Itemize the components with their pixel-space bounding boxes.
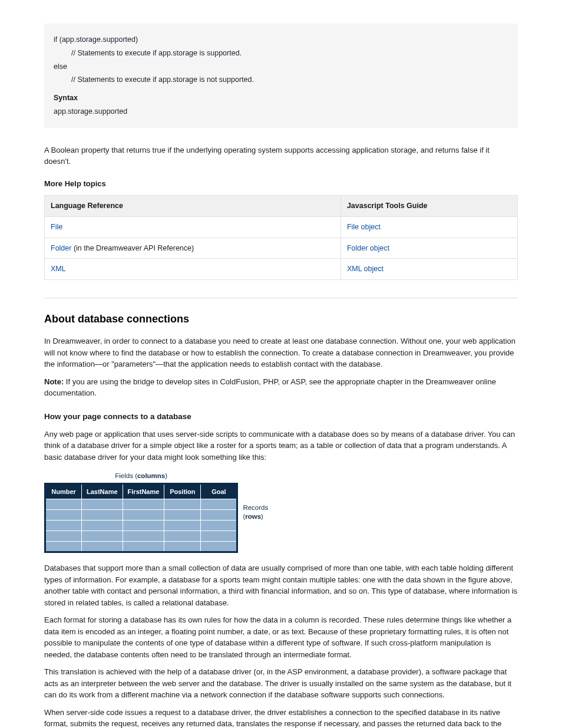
- reference-table: Language Reference Javascript Tools Guid…: [44, 195, 518, 280]
- code-line: if (app.storage.supported): [54, 34, 508, 45]
- syntax-label: Syntax: [54, 93, 508, 104]
- description-para: A Boolean property that returns true if …: [44, 144, 518, 167]
- table-row: File File object: [45, 216, 518, 238]
- db-col-header: LastName: [82, 483, 123, 499]
- ref-link[interactable]: XML object: [347, 265, 384, 273]
- table-row: Folder (in the Dreamweaver API Reference…: [45, 238, 518, 259]
- ref-link[interactable]: Folder: [51, 244, 71, 252]
- db-row: [45, 499, 237, 510]
- db-row: [45, 542, 237, 552]
- note-para: Note: If you are using the bridge to dev…: [44, 376, 518, 399]
- ref-link[interactable]: XML: [51, 265, 66, 273]
- ref-header-left: Language Reference: [45, 196, 341, 217]
- body-para: This translation is achieved with the he…: [44, 666, 518, 701]
- ref-cell: File object: [340, 216, 517, 238]
- ref-header-right: Javascript Tools Guide: [340, 196, 517, 217]
- ref-cell: XML object: [340, 259, 517, 280]
- code-line: else: [54, 61, 508, 73]
- code-line: // Statements to execute if app.storage …: [54, 74, 508, 85]
- code-line: // Statements to execute if app.storage …: [54, 48, 508, 59]
- ref-cell: Folder (in the Dreamweaver API Reference…: [45, 238, 341, 259]
- subheading: How your page connects to a database: [44, 411, 518, 423]
- body-para: Databases that support more than a small…: [44, 562, 518, 608]
- ref-cell: Folder object: [340, 238, 517, 259]
- db-col-header: FirstName: [123, 483, 164, 499]
- section-divider: [44, 298, 518, 298]
- syntax-line: app.storage.supported: [54, 106, 508, 117]
- more-help-heading: More Help topics: [44, 178, 518, 190]
- ref-link[interactable]: File object: [347, 223, 381, 231]
- intro-para: In Dreamweaver, in order to connect to a…: [44, 335, 518, 370]
- db-col-header: Position: [164, 483, 201, 499]
- ref-link[interactable]: Folder object: [347, 244, 389, 252]
- ref-cell: XML: [45, 259, 341, 280]
- table-row: XML XML object: [45, 259, 518, 280]
- body-para: When server-side code issues a request t…: [44, 707, 518, 729]
- figure-top-caption: Fields (columns): [44, 471, 238, 481]
- conn-para: Any web page or application that uses se…: [44, 429, 518, 463]
- note-label: Note:: [44, 377, 64, 386]
- db-row: [45, 521, 237, 531]
- db-row: [45, 531, 237, 542]
- body-para: Each format for storing a database has i…: [44, 614, 518, 660]
- db-col-header: Goal: [201, 483, 237, 499]
- code-example-box: if (app.storage.supported) // Statements…: [44, 24, 518, 128]
- ref-cell: File: [45, 216, 341, 238]
- db-row: [45, 510, 237, 521]
- database-table-figure: Fields (columns) Number LastName FirstNa…: [44, 471, 518, 553]
- figure-side-caption: Records (rows): [243, 503, 268, 521]
- db-col-header: Number: [45, 483, 82, 499]
- note-text: If you are using the bridge to develop s…: [44, 377, 496, 398]
- db-illustration-table: Number LastName FirstName Position Goal: [44, 483, 238, 554]
- ref-link[interactable]: File: [51, 223, 62, 231]
- ref-note: (in the Dreamweaver API Reference): [71, 244, 194, 252]
- topic-heading: About database connections: [44, 311, 518, 327]
